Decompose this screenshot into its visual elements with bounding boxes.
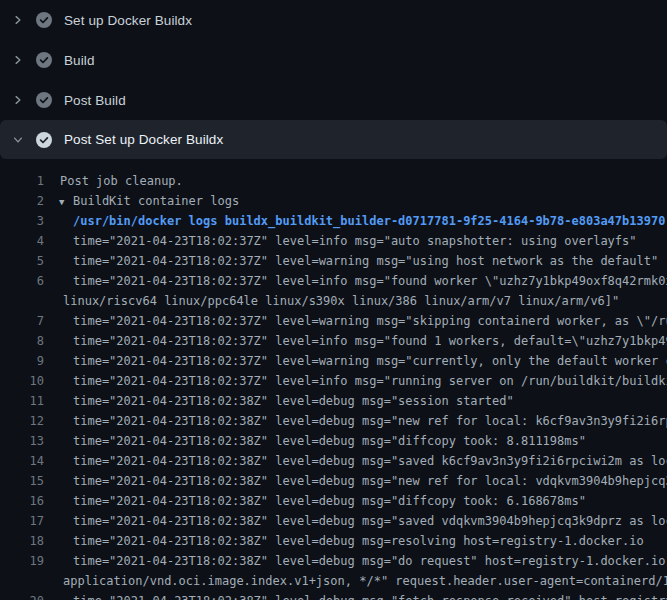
log-line: 14 time="2021-04-23T18:02:38Z" level=deb…: [0, 451, 667, 471]
log-line: 17 time="2021-04-23T18:02:38Z" level=deb…: [0, 511, 667, 531]
line-text: time="2021-04-23T18:02:38Z" level=debug …: [44, 551, 667, 571]
line-number[interactable]: 18: [0, 531, 44, 551]
log-line: 4 time="2021-04-23T18:02:37Z" level=info…: [0, 231, 667, 251]
chevron-right-icon: [10, 52, 26, 68]
line-number[interactable]: 10: [0, 371, 44, 391]
line-text: ▼BuildKit container logs: [44, 191, 239, 211]
line-text: linux/riscv64 linux/ppc64le linux/s390x …: [44, 291, 619, 311]
log-viewer: 1 Post job cleanup. 2 ▼BuildKit containe…: [0, 171, 667, 600]
check-circle-icon: [36, 92, 52, 108]
log-line: 12 time="2021-04-23T18:02:38Z" level=deb…: [0, 411, 667, 431]
log-line: 19 time="2021-04-23T18:02:38Z" level=deb…: [0, 551, 667, 571]
line-number[interactable]: 13: [0, 431, 44, 451]
line-text: time="2021-04-23T18:02:37Z" level=warnin…: [44, 351, 667, 371]
line-text: time="2021-04-23T18:02:38Z" level=debug …: [44, 431, 586, 451]
log-line: 10 time="2021-04-23T18:02:37Z" level=inf…: [0, 371, 667, 391]
line-number[interactable]: 19: [0, 551, 44, 571]
line-text: time="2021-04-23T18:02:37Z" level=warnin…: [44, 251, 658, 271]
line-number[interactable]: 3: [0, 211, 44, 231]
group-label: BuildKit container logs: [73, 194, 239, 208]
line-number[interactable]: 1: [0, 171, 44, 191]
line-text: time="2021-04-23T18:02:38Z" level=debug …: [44, 391, 514, 411]
line-text: time="2021-04-23T18:02:38Z" level=debug …: [44, 591, 667, 600]
log-line: application/vnd.oci.image.index.v1+json,…: [0, 571, 667, 591]
line-number[interactable]: 17: [0, 511, 44, 531]
check-circle-icon: [36, 12, 52, 28]
line-number[interactable]: 8: [0, 331, 44, 351]
line-text: /usr/bin/docker logs buildx_buildkit_bui…: [44, 211, 665, 231]
chevron-right-icon: [10, 92, 26, 108]
log-line: 8 time="2021-04-23T18:02:37Z" level=info…: [0, 331, 667, 351]
line-number[interactable]: 6: [0, 271, 44, 291]
log-line: 11 time="2021-04-23T18:02:38Z" level=deb…: [0, 391, 667, 411]
line-number[interactable]: 9: [0, 351, 44, 371]
step-row-build[interactable]: Build: [0, 40, 667, 80]
log-line: 7 time="2021-04-23T18:02:37Z" level=warn…: [0, 311, 667, 331]
chevron-down-icon: [10, 132, 26, 148]
step-label: Post Set up Docker Buildx: [64, 132, 223, 147]
check-circle-icon: [36, 52, 52, 68]
line-text: time="2021-04-23T18:02:37Z" level=warnin…: [44, 311, 667, 331]
check-circle-icon: [36, 132, 52, 148]
line-number[interactable]: 12: [0, 411, 44, 431]
line-text: time="2021-04-23T18:02:38Z" level=debug …: [44, 511, 667, 531]
step-row-post-set-up-docker-buildx[interactable]: Post Set up Docker Buildx: [0, 120, 667, 159]
line-number[interactable]: [0, 291, 44, 311]
line-number[interactable]: 14: [0, 451, 44, 471]
log-line: 18 time="2021-04-23T18:02:38Z" level=deb…: [0, 531, 667, 551]
line-number[interactable]: 7: [0, 311, 44, 331]
log-line: 9 time="2021-04-23T18:02:37Z" level=warn…: [0, 351, 667, 371]
line-number[interactable]: 4: [0, 231, 44, 251]
line-number[interactable]: [0, 571, 44, 591]
line-number[interactable]: 15: [0, 471, 44, 491]
triangle-down-icon: ▼: [59, 192, 73, 211]
step-row-set-up-docker-buildx[interactable]: Set up Docker Buildx: [0, 0, 667, 40]
line-text: time="2021-04-23T18:02:38Z" level=debug …: [44, 411, 667, 431]
line-text: time="2021-04-23T18:02:37Z" level=info m…: [44, 271, 667, 291]
line-text: time="2021-04-23T18:02:38Z" level=debug …: [44, 471, 667, 491]
log-line: 13 time="2021-04-23T18:02:38Z" level=deb…: [0, 431, 667, 451]
steps-list: Set up Docker Buildx Build: [0, 0, 667, 159]
step-row-post-build[interactable]: Post Build: [0, 80, 667, 120]
line-number[interactable]: 5: [0, 251, 44, 271]
log-line: 1 Post job cleanup.: [0, 171, 667, 191]
log-line: 20 time="2021-04-23T18:02:38Z" level=deb…: [0, 591, 667, 600]
line-text: time="2021-04-23T18:02:38Z" level=debug …: [44, 491, 586, 511]
log-line-command: 3 /usr/bin/docker logs buildx_buildkit_b…: [0, 211, 667, 231]
line-text: time="2021-04-23T18:02:38Z" level=debug …: [44, 451, 667, 471]
step-label: Build: [64, 53, 95, 68]
chevron-right-icon: [10, 12, 26, 28]
log-group-toggle[interactable]: 2 ▼BuildKit container logs: [0, 191, 667, 211]
line-text: time="2021-04-23T18:02:37Z" level=info m…: [44, 231, 637, 251]
line-text: application/vnd.oci.image.index.v1+json,…: [44, 571, 667, 591]
line-number[interactable]: 16: [0, 491, 44, 511]
step-label: Set up Docker Buildx: [64, 13, 192, 28]
line-text: time="2021-04-23T18:02:37Z" level=info m…: [44, 331, 667, 351]
log-line: linux/riscv64 linux/ppc64le linux/s390x …: [0, 291, 667, 311]
log-line: 5 time="2021-04-23T18:02:37Z" level=warn…: [0, 251, 667, 271]
line-text: time="2021-04-23T18:02:38Z" level=debug …: [44, 531, 644, 551]
line-text: time="2021-04-23T18:02:37Z" level=info m…: [44, 371, 667, 391]
log-line: 16 time="2021-04-23T18:02:38Z" level=deb…: [0, 491, 667, 511]
line-number[interactable]: 11: [0, 391, 44, 411]
line-number[interactable]: 20: [0, 591, 44, 600]
log-line: 6 time="2021-04-23T18:02:37Z" level=info…: [0, 271, 667, 291]
line-text: Post job cleanup.: [44, 171, 183, 191]
log-line: 15 time="2021-04-23T18:02:38Z" level=deb…: [0, 471, 667, 491]
step-label: Post Build: [64, 93, 126, 108]
line-number[interactable]: 2: [0, 191, 44, 211]
